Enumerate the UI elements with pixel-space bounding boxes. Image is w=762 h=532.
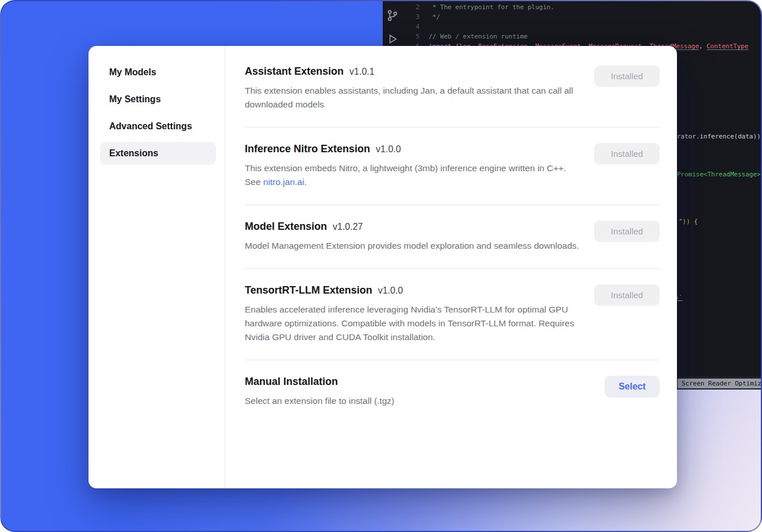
extension-item: Inference Nitro Extensionv1.0.0 This ext… xyxy=(245,127,660,205)
nitro-jan-ai-link[interactable]: nitro.jan.ai xyxy=(263,177,305,187)
settings-modal: My Models My Settings Advanced Settings … xyxy=(88,46,677,488)
extension-item: TensortRT-LLM Extensionv1.0.0 Enables ac… xyxy=(245,268,660,360)
extension-description: This extension enables assistants, inclu… xyxy=(245,84,582,111)
line-number: 5 xyxy=(402,32,429,41)
manual-installation-section: Manual Installation Select an extension … xyxy=(245,360,660,423)
extensions-panel: Assistant Extensionv1.0.1 This extension… xyxy=(225,46,677,488)
code-text: // Web / extension runtime xyxy=(429,32,528,41)
extension-name: TensortRT-LLM Extensionv1.0.0 xyxy=(245,284,582,296)
extension-version: v1.0.1 xyxy=(349,67,375,76)
extension-name: Assistant Extensionv1.0.1 xyxy=(245,65,582,78)
manual-installation-title: Manual Installation xyxy=(245,376,592,388)
installed-button[interactable]: Installed xyxy=(594,65,660,87)
code-text: */ xyxy=(429,12,440,22)
code-fragment: ")) { xyxy=(679,218,698,225)
extension-name: Inference Nitro Extensionv1.0.0 xyxy=(245,143,582,155)
code-fragment: rator.inference(data)); xyxy=(677,133,761,140)
select-button[interactable]: Select xyxy=(605,376,660,398)
installed-button[interactable]: Installed xyxy=(594,143,660,164)
extension-version: v1.0.27 xyxy=(333,222,363,232)
extension-item: Assistant Extensionv1.0.1 This extension… xyxy=(245,46,660,127)
code-line: 2 * The entrypoint for the plugin. xyxy=(402,2,761,12)
manual-installation-description: Select an extension file to install (.tg… xyxy=(245,394,584,408)
extension-version: v1.0.0 xyxy=(376,144,401,154)
extension-description: This extension embeds Nitro, a lightweig… xyxy=(245,161,582,189)
extension-description: Enables accelerated inference leveraging… xyxy=(245,303,582,344)
extension-description: Model Management Extension provides mode… xyxy=(245,239,582,253)
extension-item: Model Extensionv1.0.27 Model Management … xyxy=(245,205,660,268)
extension-version: v1.0.0 xyxy=(378,286,403,295)
sidebar-item-my-settings[interactable]: My Settings xyxy=(100,88,216,111)
desktop-background: 2 * The entrypoint for the plugin. 3 */ … xyxy=(0,0,762,532)
code-fragment: Promise<ThreadMessage> xyxy=(677,171,761,178)
installed-button[interactable]: Installed xyxy=(594,284,660,306)
extension-name: Model Extensionv1.0.27 xyxy=(245,221,582,233)
settings-sidebar: My Models My Settings Advanced Settings … xyxy=(88,46,225,488)
sidebar-item-advanced-settings[interactable]: Advanced Settings xyxy=(100,115,216,138)
sidebar-item-my-models[interactable]: My Models xyxy=(100,61,216,84)
code-line: 4 xyxy=(402,22,761,32)
source-control-branch-icon[interactable] xyxy=(386,9,399,24)
installed-button[interactable]: Installed xyxy=(594,221,660,242)
line-number: 2 xyxy=(402,2,429,12)
run-play-icon[interactable] xyxy=(387,33,398,47)
code-line: 3 */ xyxy=(402,12,761,22)
sidebar-item-extensions[interactable]: Extensions xyxy=(100,142,216,165)
screen-reader-status-chip[interactable]: Screen Reader Optimiz xyxy=(678,379,761,388)
code-line: 5// Web / extension runtime xyxy=(402,32,761,41)
line-number: 3 xyxy=(402,12,429,22)
code-text: * The entrypoint for the plugin. xyxy=(429,2,555,12)
line-number: 4 xyxy=(402,22,429,32)
